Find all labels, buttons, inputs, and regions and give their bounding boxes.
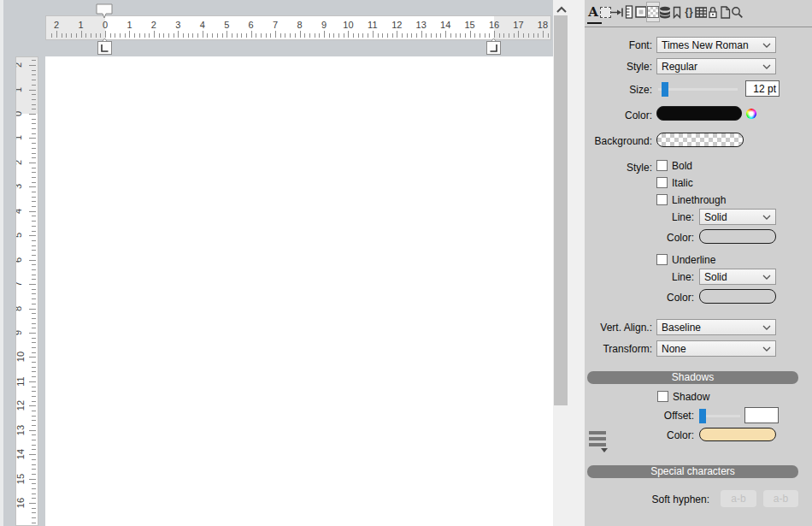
ruler-tick: [32, 289, 36, 290]
ruler-tick: [129, 31, 130, 38]
ruler-tick: [178, 31, 179, 38]
ruler-tick: [436, 33, 437, 38]
ruler-icon[interactable]: [623, 3, 635, 21]
ruler-tick: [32, 153, 36, 154]
ruler-tick: [32, 391, 36, 392]
ruler-number: 4: [200, 20, 205, 30]
first-line-indent-marker[interactable]: [97, 38, 113, 56]
vertical-ruler[interactable]: 21012345678910111213141516: [15, 56, 38, 526]
selection-frame-icon[interactable]: [599, 3, 611, 21]
ruler-tick: [29, 381, 36, 382]
color-label: Color:: [530, 109, 652, 121]
frame-style-icon[interactable]: [635, 3, 647, 21]
ruler-number: 3: [175, 20, 180, 30]
ruler-tick: [32, 445, 36, 446]
offset-input[interactable]: [744, 407, 779, 423]
layers-icon[interactable]: [659, 3, 671, 21]
text-properties-panel: A {}: [585, 0, 812, 526]
color-wheel-icon[interactable]: [746, 109, 756, 119]
ruler-tick: [32, 250, 36, 251]
shadow-checkbox[interactable]: [657, 391, 668, 402]
ruler-tick: [32, 508, 36, 509]
ruler-number: 14: [15, 449, 26, 459]
ruler-tick: [474, 33, 475, 38]
text-properties-icon[interactable]: A: [587, 3, 599, 21]
ruler-tick: [392, 33, 393, 38]
soft-hyphen-button-1[interactable]: a-b: [721, 490, 756, 507]
ruler-tick: [538, 33, 538, 38]
soft-hyphen-button-2[interactable]: a-b: [763, 490, 798, 507]
page-icon[interactable]: [719, 3, 731, 21]
ruler-tick: [32, 201, 36, 202]
right-indent-marker[interactable]: [485, 38, 502, 56]
ruler-tick: [32, 240, 36, 241]
tabs-icon[interactable]: [611, 3, 623, 21]
style-dropdown[interactable]: Regular: [656, 58, 776, 74]
search-icon[interactable]: [731, 3, 743, 21]
ruler-tick: [32, 192, 36, 192]
document-page[interactable]: [45, 56, 553, 526]
ruler-tick: [32, 255, 36, 256]
menu-icon[interactable]: [589, 431, 606, 449]
ruler-number: 4: [15, 209, 23, 214]
size-slider[interactable]: [658, 88, 738, 91]
ul-line-dropdown[interactable]: Solid: [699, 269, 776, 285]
transparency-icon[interactable]: [647, 3, 659, 21]
special-characters-header[interactable]: Special characters: [587, 465, 798, 478]
ruler-tick: [29, 163, 36, 163]
ruler-tick: [445, 31, 446, 38]
ruler-tick: [275, 31, 276, 38]
chevron-down-icon: [762, 325, 771, 330]
background-color-swatch[interactable]: [656, 133, 744, 147]
ruler-tick: [32, 420, 36, 421]
ruler-tick: [32, 157, 36, 158]
ruler-tick: [450, 33, 451, 38]
ruler-tick: [227, 31, 227, 38]
scroll-up-icon[interactable]: [556, 6, 568, 13]
shadow-color-swatch[interactable]: [699, 428, 776, 441]
bold-checkbox[interactable]: [656, 160, 668, 171]
ruler-tick: [32, 128, 36, 129]
offset-slider-handle[interactable]: [699, 409, 706, 423]
lock-icon[interactable]: [707, 3, 719, 21]
style-label: Style:: [530, 61, 652, 73]
shadows-header[interactable]: Shadows: [587, 371, 798, 384]
ruler-tick: [32, 119, 36, 120]
ruler-tick: [509, 33, 509, 38]
transform-dropdown[interactable]: None: [656, 340, 776, 357]
lt-color-swatch[interactable]: [699, 229, 776, 244]
ruler-tick: [460, 33, 461, 38]
ruler-tick: [348, 31, 349, 38]
ul-color-swatch[interactable]: [699, 289, 776, 304]
ruler-tick: [32, 387, 36, 387]
tab-stop-marker[interactable]: [96, 3, 113, 19]
active-tab-underline: [587, 22, 602, 24]
table-icon[interactable]: [695, 3, 707, 21]
braces-icon[interactable]: {}: [683, 3, 695, 21]
font-dropdown[interactable]: Times New Roman: [656, 37, 776, 53]
font-color-swatch[interactable]: [656, 106, 742, 121]
ruler-tick: [32, 206, 36, 207]
ruler-tick: [514, 33, 515, 38]
ruler-tick: [183, 33, 184, 38]
size-input[interactable]: 12 pt: [745, 80, 780, 97]
chevron-down-icon: [762, 275, 771, 280]
linethrough-checkbox[interactable]: [656, 194, 668, 205]
vertical-scrollbar[interactable]: [553, 0, 585, 526]
ul-color-label: Color:: [598, 292, 694, 304]
italic-checkbox[interactable]: [656, 177, 668, 188]
ruler-tick: [29, 186, 36, 187]
ruler-tick: [32, 371, 36, 372]
ruler-tick: [382, 33, 383, 38]
horizontal-ruler[interactable]: 210123456789101112131415161718: [45, 15, 551, 40]
menu-dropdown-arrow-icon[interactable]: [601, 448, 608, 452]
size-slider-handle[interactable]: [662, 82, 668, 97]
vert-align-dropdown[interactable]: Baseline: [656, 319, 776, 335]
underline-checkbox[interactable]: [656, 254, 668, 265]
ruler-tick: [144, 33, 145, 38]
ruler-number: 11: [15, 376, 26, 386]
lt-line-dropdown[interactable]: Solid: [699, 209, 776, 225]
ruler-tick: [32, 197, 36, 198]
bookmark-icon[interactable]: [671, 3, 683, 21]
ruler-tick: [32, 143, 36, 144]
